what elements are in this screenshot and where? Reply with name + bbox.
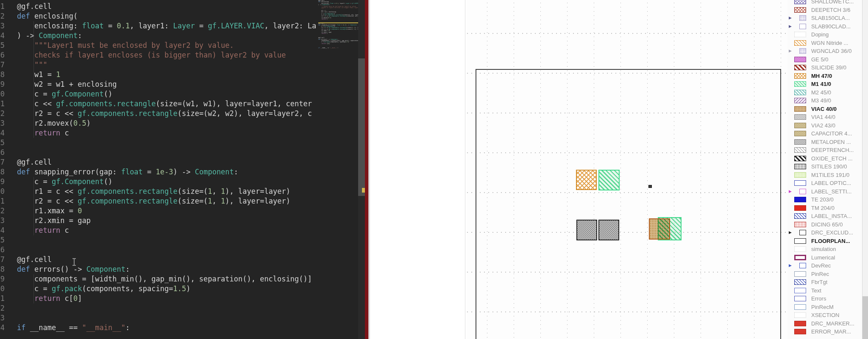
layer-row[interactable]: TE 203/0 [787, 196, 863, 204]
layer-swatch-icon[interactable] [794, 0, 806, 4]
code-line[interactable]: 69 components = [width_min(), gap_min(),… [0, 274, 368, 284]
layer-swatch-icon[interactable] [794, 73, 806, 79]
layer-row[interactable]: Lumerical [787, 254, 863, 262]
minimap[interactable]: @gf.celldef enclosing( enclosing: float … [318, 0, 358, 54]
code-editor[interactable]: 41@gf.cell42def enclosing(43 enclosing: … [0, 0, 368, 339]
layer-row[interactable]: M1TILES 191/0 [787, 171, 863, 179]
layer-swatch-icon[interactable] [799, 189, 806, 194]
layer-swatch-icon[interactable] [799, 230, 806, 235]
layer-swatch-icon[interactable] [794, 65, 806, 70]
layer-swatch-icon[interactable] [794, 288, 806, 293]
expand-arrow-icon[interactable]: ▶ [789, 264, 794, 267]
layer-swatch-icon[interactable] [794, 164, 806, 169]
layer-row[interactable]: VIA2 43/0 [787, 121, 863, 130]
layer-row[interactable]: WGN Nitride ... [787, 39, 863, 47]
layer-swatch-icon[interactable] [794, 57, 806, 62]
code-line[interactable]: 68def errors() -> Component: [0, 265, 368, 274]
layer-row[interactable]: GE 5/0 [787, 55, 863, 64]
code-line[interactable]: 52 r2 = c << gf.components.rectangle(siz… [0, 109, 368, 119]
code-line[interactable]: 46 checks if layer1 encloses (is bigger … [0, 50, 368, 60]
layer-row[interactable]: XSECTION [787, 311, 863, 320]
code-line[interactable]: 50 c = gf.Component() [0, 89, 368, 99]
code-line[interactable]: 41@gf.cell [0, 2, 368, 11]
layer-swatch-icon[interactable] [799, 48, 806, 54]
layer-swatch-icon[interactable] [794, 81, 806, 87]
code-line[interactable]: 58def snapping_error(gap: float = 1e-3) … [0, 167, 368, 177]
layer-row[interactable]: TM 204/0 [787, 204, 863, 212]
layer-row[interactable]: ▶DevRec [787, 262, 863, 270]
layer-row[interactable]: PinRec [787, 270, 863, 278]
code-line[interactable]: 45 """Layer1 must be enclosed by layer2 … [0, 41, 368, 50]
layer-swatch-icon[interactable] [794, 40, 806, 46]
expand-arrow-icon[interactable]: ▶ [789, 190, 794, 193]
code-line[interactable]: 51 c << gf.components.rectangle(size=(w1… [0, 99, 368, 109]
layer-row[interactable]: ▶SLAB90CLAD... [787, 22, 863, 31]
layer-swatch-icon[interactable] [799, 15, 806, 21]
code-line[interactable]: 65 [0, 235, 368, 245]
expand-arrow-icon[interactable]: ▶ [789, 231, 794, 234]
layer-row[interactable]: SITILES 190/0 [787, 163, 863, 171]
layer-row[interactable]: DICING 65/0 [787, 220, 863, 229]
layer-swatch-icon[interactable] [794, 222, 806, 227]
code-line[interactable]: 73 [0, 313, 368, 323]
layer-row[interactable]: VIAC 40/0 [787, 105, 863, 113]
code-line[interactable]: 60 r1 = c << gf.components.rectangle(siz… [0, 187, 368, 196]
layer-list[interactable]: SHALLOWETC...DEEPETCH 3/6▶SLAB150CLA...▶… [787, 0, 868, 336]
layer-row[interactable]: Errors [787, 295, 863, 303]
code-line[interactable]: 57@gf.cell [0, 157, 368, 167]
layer-row[interactable]: LABEL_INSTA... [787, 212, 863, 220]
code-line[interactable]: 44) -> Component: [0, 31, 368, 41]
layer-row[interactable]: DEEPETCH 3/6 [787, 6, 863, 14]
layer-swatch-icon[interactable] [794, 147, 806, 153]
layer-panel-scrollbar-thumb[interactable] [862, 296, 868, 339]
code-line[interactable]: 59 c = gf.Component() [0, 177, 368, 187]
layer-swatch-icon[interactable] [794, 139, 806, 145]
layer-swatch-icon[interactable] [799, 263, 806, 268]
layer-row[interactable]: FbrTgt [787, 278, 863, 287]
code-line[interactable]: 74if __name__ == "__main__": [0, 323, 368, 333]
code-line[interactable]: 66 [0, 245, 368, 255]
code-line[interactable]: 64 return c [0, 226, 368, 235]
layer-swatch-icon[interactable] [794, 213, 806, 219]
code-line[interactable]: 70 c = gf.pack(components, spacing=1.5) [0, 284, 368, 294]
layer-row[interactable]: Text [787, 287, 863, 295]
layer-swatch-icon[interactable] [794, 172, 806, 178]
layer-row[interactable]: Doping [787, 30, 863, 39]
layer-row[interactable]: M1 41/0 [787, 80, 863, 88]
layer-swatch-icon[interactable] [794, 90, 806, 95]
layer-row[interactable]: ▶DRC_EXCLUD... [787, 229, 863, 237]
code-line[interactable]: 61 r2 = c << gf.components.rectangle(siz… [0, 196, 368, 206]
layer-swatch-icon[interactable] [794, 156, 806, 161]
layer-swatch-icon[interactable] [794, 114, 806, 120]
code-line[interactable]: 48 w1 = 1 [0, 70, 368, 80]
layer-swatch-icon[interactable] [794, 271, 806, 277]
layer-swatch-icon[interactable] [794, 197, 806, 202]
layer-swatch-icon[interactable] [794, 296, 806, 301]
layer-row[interactable]: M2 45/0 [787, 88, 863, 97]
layer-swatch-icon[interactable] [794, 32, 806, 37]
layer-row[interactable]: M3 49/0 [787, 96, 863, 105]
code-line[interactable]: 53 r2.movex(0.5) [0, 119, 368, 128]
code-line[interactable]: 55 [0, 138, 368, 148]
layer-row[interactable]: ▶SLAB150CLA... [787, 14, 863, 22]
layer-row[interactable]: ▶LABEL_SETTI... [787, 187, 863, 196]
layer-row[interactable]: ▶WGNCLAD 36/0 [787, 47, 863, 55]
layer-row[interactable]: SHALLOWETC... [787, 0, 863, 6]
layer-swatch-icon[interactable] [794, 123, 806, 128]
layer-row[interactable]: DEEPTRENCH... [787, 146, 863, 154]
layer-row[interactable]: OXIDE_ETCH ... [787, 154, 863, 163]
layer-swatch-icon[interactable] [794, 304, 806, 310]
code-line[interactable]: 72 [0, 303, 368, 313]
expand-arrow-icon[interactable]: ▶ [789, 49, 794, 53]
layer-row[interactable]: MH 47/0 [787, 72, 863, 80]
expand-arrow-icon[interactable]: ▶ [789, 16, 794, 20]
layer-panel-scrollbar-track[interactable] [862, 0, 868, 339]
layer-swatch-icon[interactable] [794, 321, 806, 326]
editor-scrollbar-thumb[interactable] [358, 58, 365, 196]
code-line[interactable]: 43 enclosing: float = 0.1, layer1: Layer… [0, 21, 368, 31]
code-line[interactable]: 63 r2.xmin = gap [0, 216, 368, 226]
layer-swatch-icon[interactable] [794, 312, 806, 318]
layer-panel[interactable]: SHALLOWETC...DEEPETCH 3/6▶SLAB150CLA...▶… [787, 0, 868, 339]
layer-row[interactable]: METALOPEN ... [787, 138, 863, 146]
code-line[interactable]: 62 r1.xmax = 0 [0, 206, 368, 216]
